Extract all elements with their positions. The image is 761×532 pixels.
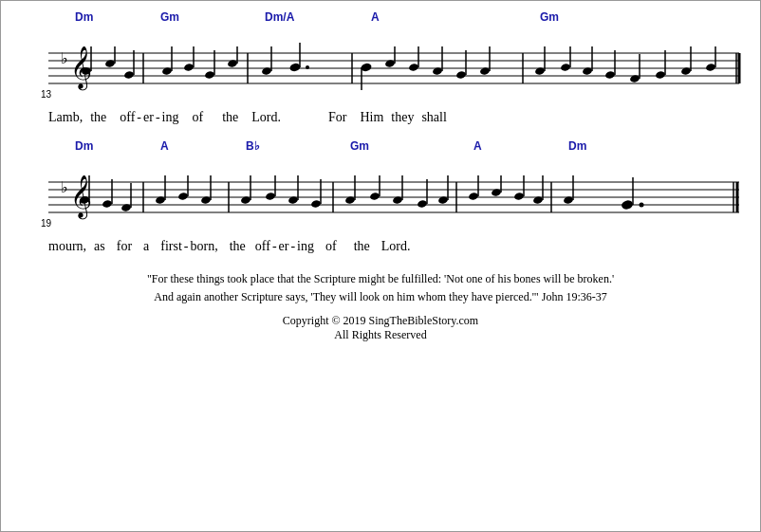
svg-point-31 [306, 65, 309, 69]
staff-1: 𝄞 ♭ [20, 29, 741, 105]
svg-point-54 [655, 70, 665, 79]
lyrics-row-2: mourn, as for a first - born, the off - … [20, 234, 741, 259]
lyric-the-1: the [90, 110, 106, 125]
lyric-as: as [94, 239, 105, 254]
svg-point-17 [123, 70, 134, 79]
svg-point-105 [468, 192, 478, 200]
scripture-line-1: "For these things took place that the Sc… [48, 270, 713, 288]
svg-point-89 [265, 192, 275, 200]
chord-a-1: A [371, 10, 380, 24]
lyric-him: Him [360, 110, 383, 125]
lyric-hyphen-2: - [156, 110, 160, 125]
chord-dm-1: Dm [75, 10, 93, 24]
lyric-lamb: Lamb, [48, 110, 83, 125]
lyric-the-2: the [222, 110, 238, 125]
svg-text:♭: ♭ [61, 50, 68, 66]
lyric-they: they [391, 110, 414, 125]
scripture-text: "For these things took place that the Sc… [20, 270, 741, 306]
svg-text:♭: ♭ [61, 179, 68, 195]
svg-point-97 [369, 192, 380, 200]
lyric-mourn: mourn, [48, 239, 86, 254]
chord-gm-1: Gm [160, 10, 179, 24]
copyright-line-2: All Rights Reserved [20, 328, 741, 342]
lyric-er-1: er [143, 110, 154, 125]
svg-point-83 [177, 192, 188, 200]
lyric-ing-1: ing [162, 110, 179, 125]
svg-point-101 [417, 199, 427, 208]
svg-point-117 [640, 203, 644, 208]
lyric-hyphen-1: - [137, 110, 141, 125]
svg-point-93 [310, 199, 321, 208]
scripture-line-2: And again another Scripture says, 'They … [48, 288, 713, 306]
lyric-ing-2: ing [297, 239, 314, 254]
lyrics-row-1: Lamb, the off - er - ing of the Lord. Fo… [20, 105, 741, 130]
chord-bb: B♭ [246, 139, 260, 153]
lyric-first: first [160, 239, 182, 254]
chord-dma-1: Dm/A [265, 10, 294, 24]
copyright-block: Copyright © 2019 SingTheBibleStory.com A… [20, 314, 741, 342]
lyric-of-2: of [325, 239, 337, 254]
lyric-for: For [328, 110, 346, 125]
lyric-born: born, [191, 239, 218, 254]
chord-a-2: A [160, 139, 169, 153]
lyric-lord-2: Lord. [381, 239, 411, 254]
lyric-lord-1: Lord. [251, 110, 281, 125]
lyric-hyphen-3: - [184, 239, 189, 254]
svg-point-109 [513, 192, 524, 200]
chord-gm-3: Gm [350, 139, 369, 153]
svg-text:13: 13 [41, 89, 52, 100]
lyric-off-2: off [255, 239, 270, 254]
svg-point-58 [705, 63, 715, 71]
chord-dm-3: Dm [568, 139, 586, 153]
svg-point-115 [621, 199, 634, 211]
copyright-line-1: Copyright © 2019 SingTheBibleStory.com [20, 314, 741, 328]
lyric-of-1: of [192, 110, 203, 125]
lyric-off: off [120, 110, 135, 125]
svg-text:19: 19 [41, 218, 52, 229]
chord-gm-2: Gm [540, 10, 559, 24]
svg-point-77 [102, 199, 112, 208]
chord-dm-2: Dm [75, 139, 93, 153]
svg-text:𝄞: 𝄞 [70, 174, 92, 220]
lyric-the-4: the [354, 239, 370, 254]
svg-point-40 [455, 70, 466, 79]
staff-2: 𝄞 ♭ [20, 158, 741, 234]
music-section-1: Dm Gm Dm/A A Gm 𝄞 ♭ [20, 10, 741, 130]
music-section-2: Dm A B♭ Gm A Dm 𝄞 ♭ [20, 139, 741, 259]
svg-point-50 [604, 70, 615, 79]
svg-point-36 [408, 63, 418, 71]
lyric-a: a [143, 239, 149, 254]
svg-point-46 [560, 63, 570, 71]
svg-point-23 [204, 70, 214, 79]
lyric-er-2: er [279, 239, 289, 254]
chord-a-3: A [473, 139, 482, 153]
lyric-for-2: for [117, 239, 132, 254]
svg-point-21 [183, 63, 194, 71]
page: Dm Gm Dm/A A Gm 𝄞 ♭ [0, 0, 761, 532]
lyric-hyphen-4: - [272, 239, 277, 254]
lyric-hyphen-5: - [290, 239, 295, 254]
lyric-the-3: the [230, 239, 246, 254]
lyric-shall: shall [421, 110, 446, 125]
